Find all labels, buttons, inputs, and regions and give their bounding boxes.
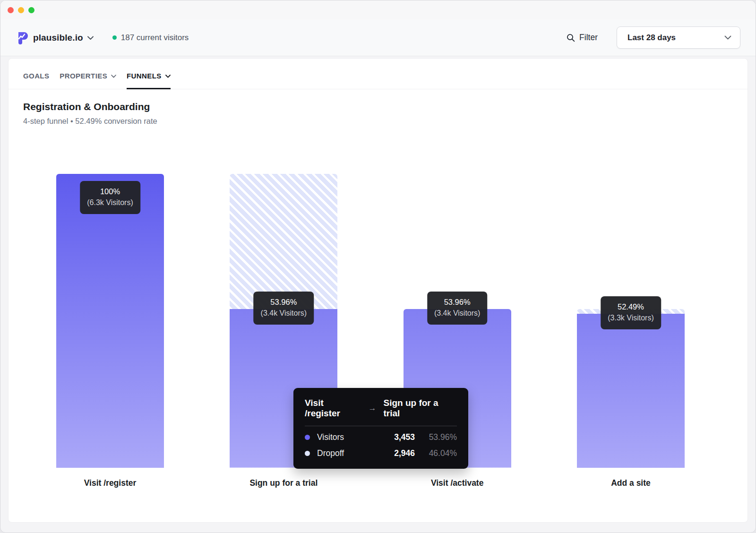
step-name-label: Visit /register [56,478,164,488]
tooltip-row-label: Dropoff [317,448,388,458]
tab-funnels[interactable]: FUNNELS [127,72,171,89]
step-percentage: 53.96% [434,297,481,308]
filter-label: Filter [579,33,598,43]
tooltip-divider [305,426,457,426]
app-window: plausible.io 187 current visitors Filter… [0,0,756,533]
chevron-down-icon [87,36,94,40]
main-area: GOALS PROPERTIES FUNNELS Registration & … [0,56,756,533]
funnel-card: GOALS PROPERTIES FUNNELS Registration & … [8,58,748,523]
app-header: plausible.io 187 current visitors Filter… [0,19,756,56]
step-value-badge: 53.96%(3.4k Visitors) [427,292,488,325]
step-name-label: Sign up for a trial [230,478,337,488]
live-dot-icon [112,35,117,40]
funnel-hover-tooltip: Visit /register → Sign up for a trial Vi… [293,388,468,469]
visitors-bar [56,174,164,468]
tooltip-row: Dropoff2,94646.04% [305,448,457,458]
step-visitors: (3.4k Visitors) [434,308,481,318]
minimize-window-button[interactable] [18,7,24,13]
tooltip-row-percent: 46.04% [421,448,457,458]
visitors-bar [577,314,685,468]
tooltip-row-value: 3,453 [394,432,415,442]
series-dot-icon [305,435,310,440]
tab-funnels-label: FUNNELS [127,72,162,80]
step-value-badge: 52.49%(3.3k Visitors) [601,296,661,329]
close-window-button[interactable] [8,7,14,13]
site-switcher[interactable]: plausible.io [16,31,94,44]
funnel-title: Registration & Onboarding [23,101,733,112]
chevron-down-icon [165,75,171,78]
step-visitors: (3.3k Visitors) [608,312,654,323]
step-value-badge: 100%(6.3k Visitors) [80,181,140,214]
funnel-header: Registration & Onboarding 4-step funnel … [9,89,747,126]
tooltip-row-percent: 53.96% [421,432,457,442]
tooltip-from-step: Visit /register [305,398,361,419]
search-icon [567,34,575,42]
site-name: plausible.io [33,33,83,43]
date-range-select[interactable]: Last 28 days [617,26,740,49]
tab-properties-label: PROPERTIES [60,72,107,80]
funnel-step-column[interactable]: 100%(6.3k Visitors)Visit /register [56,174,164,488]
titlebar [0,0,756,19]
filter-button[interactable]: Filter [567,33,598,43]
tab-goals-label: GOALS [23,72,49,80]
step-visitors: (3.4k Visitors) [261,308,307,318]
funnel-step-plot: 52.49%(3.3k Visitors) [577,174,685,468]
chevron-down-icon [111,75,116,78]
arrow-right-icon: → [368,404,376,413]
current-visitors[interactable]: 187 current visitors [112,33,189,43]
funnel-chart: 100%(6.3k Visitors)Visit /register53.96%… [9,174,747,488]
date-range-value: Last 28 days [627,33,676,43]
current-visitors-label: 187 current visitors [121,33,189,43]
tab-goals[interactable]: GOALS [23,72,49,89]
chevron-down-icon [724,35,731,40]
tooltip-to-step: Sign up for a trial [383,398,457,419]
step-percentage: 52.49% [608,301,654,312]
tooltip-header: Visit /register → Sign up for a trial [305,398,457,419]
tab-properties[interactable]: PROPERTIES [60,72,116,89]
tooltip-rows: Visitors3,45353.96%Dropoff2,94646.04% [305,432,457,458]
tooltip-row-label: Visitors [317,432,388,442]
zoom-window-button[interactable] [28,7,34,13]
step-percentage: 100% [87,186,133,197]
step-visitors: (6.3k Visitors) [87,197,133,208]
series-dot-icon [305,451,310,456]
step-name-label: Add a site [577,478,685,488]
step-name-label: Visit /activate [404,478,511,488]
tabs-row: GOALS PROPERTIES FUNNELS [9,59,747,89]
step-value-badge: 53.96%(3.4k Visitors) [254,292,314,325]
step-percentage: 53.96% [261,297,307,308]
tooltip-row-value: 2,946 [394,448,415,458]
funnel-step-plot: 100%(6.3k Visitors) [56,174,164,468]
dropoff-hatch-bar [230,174,337,309]
plausible-logo-icon [16,31,29,44]
tooltip-row: Visitors3,45353.96% [305,432,457,442]
funnel-subtitle: 4-step funnel • 52.49% conversion rate [23,117,733,126]
funnel-step-column[interactable]: 52.49%(3.3k Visitors)Add a site [577,174,685,488]
